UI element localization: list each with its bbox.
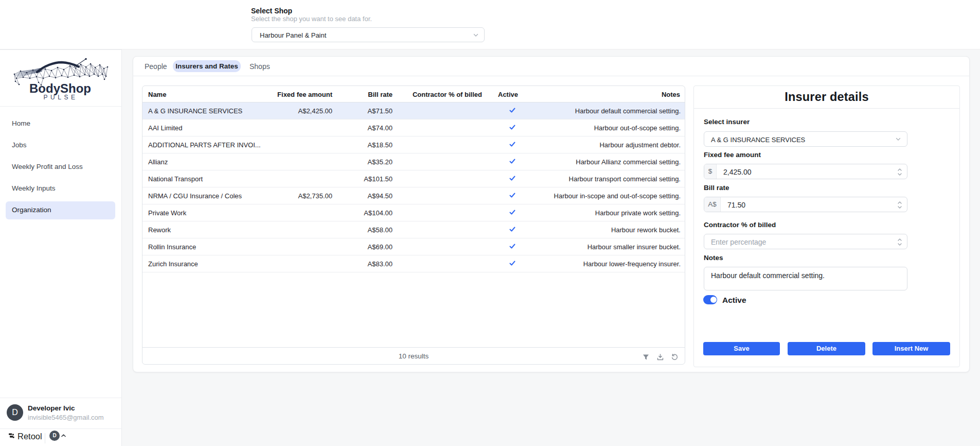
svg-text:BodyShop: BodyShop: [29, 81, 91, 95]
svg-text:PULSE: PULSE: [44, 94, 78, 101]
